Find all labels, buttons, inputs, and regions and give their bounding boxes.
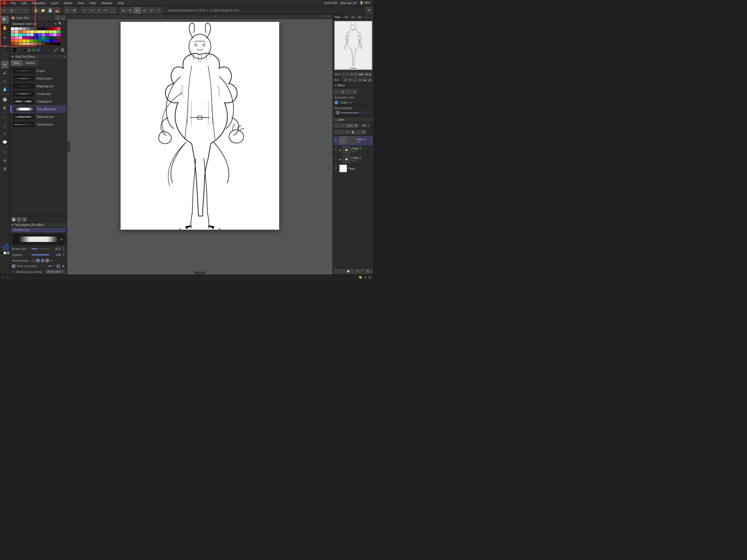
brush-preview-arrow[interactable]: ▶ [61, 237, 63, 241]
opacity-stepper[interactable]: ▲ ▼ [62, 253, 65, 257]
layer-folder-btn[interactable]: 📁 [344, 269, 353, 274]
tool-balloon[interactable]: 💬 [1, 138, 9, 146]
effect-dropdown-icon[interactable]: ▼ [352, 89, 357, 94]
canvas-wrapper[interactable] [121, 22, 279, 230]
color-swatch[interactable] [38, 30, 41, 33]
menu-file[interactable]: File [10, 1, 17, 5]
color-swatch[interactable] [19, 30, 22, 33]
color-swatch[interactable] [45, 33, 49, 36]
color-set-add[interactable]: + [63, 22, 65, 25]
starting-ending-select[interactable]: Brush Size ▼ [46, 270, 65, 274]
brush-textured-pen[interactable]: Textured pen [10, 113, 67, 121]
color-swatch[interactable] [19, 42, 22, 45]
layer-new-mask[interactable]: ⊡ [345, 130, 350, 134]
color-swatch[interactable] [34, 36, 37, 39]
tool-text[interactable]: T [1, 130, 9, 138]
color-swatch[interactable] [42, 42, 45, 45]
active-color-display[interactable] [12, 47, 18, 53]
layer-new-raster[interactable]: □ [334, 130, 339, 134]
layer-folder-2[interactable]: 👁 ▶ 📁 Folder 1 50 % ↑ [333, 154, 373, 164]
canvas-scroll-area[interactable]: ≡ [67, 19, 333, 275]
menu-animation[interactable]: Animation [31, 1, 47, 5]
layer-delete-btn[interactable]: 🗑 [361, 130, 366, 134]
tool-eyedrop[interactable]: 💧 [1, 85, 9, 93]
toolbar-marquee[interactable]: ⬛ [110, 7, 116, 14]
layer-vis-f2[interactable]: 👁 [334, 157, 338, 161]
layer-f1-expand[interactable]: ↑ [371, 149, 372, 151]
color-set-dropdown-arrow[interactable]: ▼ [54, 22, 57, 25]
tool-transform[interactable]: ⟲ [1, 42, 9, 50]
menu-select[interactable]: Select [62, 1, 73, 5]
zoom-next-btn[interactable]: ▶ [368, 72, 372, 76]
toolbar-eraser[interactable]: ◎ [141, 7, 148, 14]
tool-fill[interactable]: ⬤ [1, 96, 9, 103]
color-swatch[interactable] [26, 42, 30, 45]
toolbar-export[interactable]: 📤 [54, 7, 60, 14]
color-bucket-icon[interactable]: 🗑 [60, 48, 65, 52]
toolbar-grid[interactable]: ⊞ [8, 7, 15, 14]
toolbar-rotate[interactable]: ⟳ [103, 7, 109, 14]
color-swatch[interactable] [57, 33, 60, 36]
color-swatch[interactable] [45, 36, 49, 39]
color-set-expand-btn[interactable]: ⌄ [61, 16, 66, 20]
color-swatch[interactable] [30, 27, 34, 30]
color-swatch[interactable] [49, 30, 53, 33]
color-swatch[interactable] [30, 36, 34, 39]
aa-weak[interactable] [36, 259, 40, 262]
toolbar-new[interactable]: ≡ [1, 7, 8, 14]
layer-item-5[interactable]: 👁 ~ Layer 5 100 ≡ [333, 136, 373, 145]
toolbar-undo[interactable]: ↩ [81, 7, 88, 14]
menu-layer[interactable]: Layer [50, 1, 60, 5]
color-swatch[interactable] [11, 30, 15, 33]
layer-vis-paper[interactable]: 👁 [334, 167, 338, 170]
color-swatch[interactable] [22, 33, 26, 36]
canvas-left-divider[interactable]: ≡ [67, 142, 71, 152]
color-swatch[interactable] [15, 42, 18, 45]
color-swatch[interactable] [30, 42, 34, 45]
tool-gradient[interactable]: ◐ [1, 104, 9, 111]
menu-edit[interactable]: Edit [20, 1, 28, 5]
layer-icon1[interactable]: □ [334, 123, 339, 128]
quick-gray[interactable] [7, 252, 9, 254]
toolbar-expand[interactable]: ▼ [366, 7, 372, 14]
tool-line[interactable]: ╱ [1, 122, 9, 130]
color-swatch[interactable] [45, 27, 49, 30]
tool-brush[interactable]: 🖌 [1, 69, 9, 77]
flip-h-btn[interactable]: ↔ [353, 78, 357, 82]
canvas-bottom-divider[interactable]: ≡ [195, 271, 205, 275]
color-swatch[interactable] [26, 40, 30, 42]
color-swatch[interactable] [22, 27, 26, 30]
brush-calligraphy[interactable]: Calligraphy [10, 98, 67, 105]
right-tab-3[interactable]: ⊟ [350, 15, 357, 19]
brush-tapered-pen[interactable]: Tapered pen [10, 121, 67, 128]
color-swatch[interactable] [19, 40, 22, 42]
color-swatch[interactable] [22, 40, 26, 42]
color-swatch[interactable] [49, 36, 53, 39]
sub-tool-save-btn[interactable]: 💾 [11, 217, 16, 222]
color-swatch[interactable] [34, 33, 37, 36]
menu-view[interactable]: View [77, 1, 85, 5]
color-swatch[interactable] [34, 30, 37, 33]
opacity-down[interactable]: ▼ [62, 255, 65, 257]
aa-medium[interactable] [41, 259, 45, 262]
color-dot-green[interactable] [32, 48, 35, 52]
layer-f1-arrow[interactable]: ▶ [339, 149, 341, 152]
nav-preview[interactable] [334, 21, 372, 70]
tool-pen[interactable]: ✒ [1, 61, 9, 68]
effect-triangle-icon[interactable]: △ [346, 89, 351, 94]
post-correction-slider[interactable] [48, 265, 56, 266]
zoom-fit-btn[interactable]: ⊞ [350, 72, 353, 76]
layer-add-btn[interactable]: + [334, 269, 343, 274]
color-swatch[interactable] [15, 33, 18, 36]
color-swatch[interactable] [19, 33, 22, 36]
opacity-slider[interactable] [31, 254, 50, 255]
rotate-cw-btn[interactable]: ↻ [348, 78, 352, 82]
sub-tool-add-icon[interactable]: ✎ [63, 55, 66, 58]
rotate-reset-btn[interactable]: ⊡ [358, 78, 362, 82]
color-swatch[interactable] [34, 40, 37, 42]
layer-opacity-stepper[interactable]: ▲ ▼ [368, 123, 370, 128]
layer-del-btn[interactable]: 🗑 [363, 269, 372, 274]
brush-turnip-pen[interactable]: Turnip pen [10, 90, 67, 98]
aa-none[interactable] [31, 259, 35, 262]
tool-3d[interactable]: ⬡ [1, 149, 9, 156]
